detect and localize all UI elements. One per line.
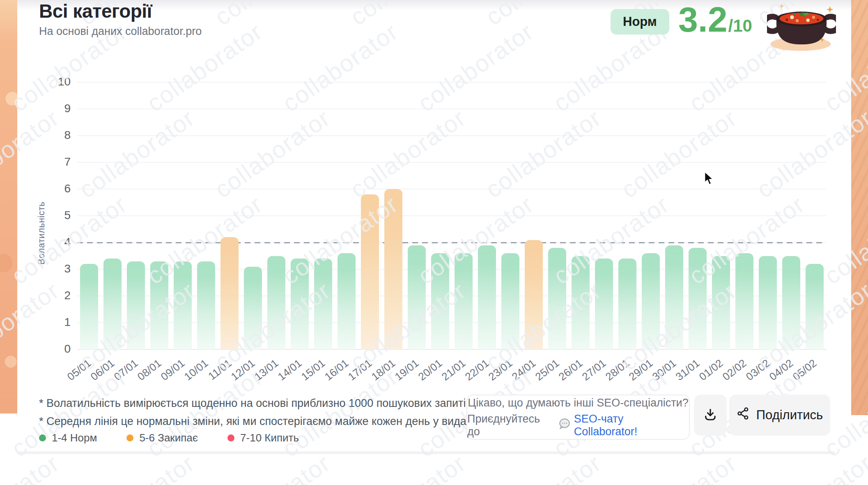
chart-legend: 1-4 Норм 5-6 Закипає 7-10 Кипить: [39, 432, 299, 444]
share-nodes-icon: [737, 407, 750, 423]
chart-bar[interactable]: [103, 259, 122, 349]
gridline: [77, 215, 826, 216]
watermark-text: collaborator: [74, 449, 200, 485]
chart-bar[interactable]: [338, 253, 356, 349]
green-dot-icon: [39, 434, 46, 441]
page-subtitle: На основі даних collaborator.pro: [39, 25, 202, 38]
y-axis-tick-label: 3: [46, 262, 71, 275]
legend-label: 1-4 Норм: [52, 432, 97, 444]
orange-dot-icon: [126, 434, 133, 441]
gridline: [77, 109, 826, 109]
chart-bar[interactable]: [595, 259, 613, 349]
y-axis-tick-label: 4: [46, 236, 71, 249]
legend-label: 5-6 Закипає: [139, 432, 198, 444]
chart-bar[interactable]: [712, 256, 730, 350]
chart-bar[interactable]: [759, 256, 777, 350]
share-button[interactable]: Поділитись: [729, 395, 830, 436]
chart-bar[interactable]: [220, 237, 239, 349]
watermark-text: collaborator: [480, 449, 606, 485]
chart-bar[interactable]: [548, 248, 566, 349]
chart-bar[interactable]: [478, 245, 496, 350]
chart-bar[interactable]: [127, 261, 145, 350]
chart-bar[interactable]: [501, 253, 519, 349]
score-max: /10: [728, 16, 752, 36]
chart-bar[interactable]: [525, 240, 543, 350]
chart-bar[interactable]: [384, 189, 402, 349]
chart-bar[interactable]: [197, 261, 215, 350]
footer-divider: [19, 451, 835, 454]
seo-chat-link[interactable]: SEO-чату Collaborator!: [574, 413, 689, 438]
chart-bar[interactable]: [361, 194, 379, 349]
chart-bar[interactable]: [642, 253, 660, 349]
watermark-text: collaborator: [751, 449, 868, 485]
volatility-report-page: Волатильність 01234567891005/0106/0107/0…: [0, 0, 868, 485]
legend-item-boiling-up: 5-6 Закипає: [126, 432, 198, 444]
y-axis-tick-label: 10: [46, 75, 71, 88]
chat-bubble-icon: [558, 418, 571, 432]
y-axis-title: Волатильність: [36, 174, 47, 265]
volatility-bar-chart: Волатильність 01234567891005/0106/0107/0…: [0, 0, 868, 395]
watermark-text: collaborator: [0, 449, 64, 485]
average-dashed-line: [77, 242, 826, 243]
chart-bar[interactable]: [782, 256, 800, 350]
watermark-text: collaborator: [345, 449, 471, 485]
chart-bar[interactable]: [80, 264, 98, 349]
chart-bar[interactable]: [806, 264, 824, 349]
chart-bar[interactable]: [455, 253, 473, 349]
legend-item-norm: 1-4 Норм: [39, 432, 97, 444]
score-value: 3.2: [678, 1, 728, 38]
chart-bar[interactable]: [150, 261, 168, 350]
footnote-average-line: * Середня лінія це нормальні зміни, які …: [39, 415, 475, 428]
footnote-measurement: * Волатильність вимірюється щоденно на о…: [39, 397, 475, 410]
y-axis-tick-label: 2: [46, 289, 71, 302]
download-icon: [703, 407, 718, 423]
chart-bar[interactable]: [431, 253, 449, 349]
chart-bar[interactable]: [244, 267, 262, 350]
status-badge: Норм: [611, 9, 669, 35]
chart-bar[interactable]: [572, 256, 590, 350]
chart-bar[interactable]: [735, 253, 753, 349]
cta-question: Цікаво, що думають інші SEO-спеціалісти?: [468, 397, 688, 409]
seo-chat-cta-card: Цікаво, що думають інші SEO-спеціалісти?…: [466, 395, 690, 440]
gridline: [77, 162, 826, 163]
download-button[interactable]: [694, 395, 727, 436]
y-axis-tick-label: 7: [46, 155, 71, 169]
cta-invite-prefix: Приєднуйтесь до: [467, 413, 555, 438]
gridline: [77, 135, 826, 136]
chart-bar[interactable]: [408, 245, 426, 350]
report-header: Всі категорії На основі даних collaborat…: [39, 1, 202, 38]
volatility-score: 3.2 /10: [678, 1, 752, 38]
share-button-label: Поділитись: [756, 408, 823, 423]
cta-invite: Приєднуйтесь до SEO-чату Collaborator!: [467, 413, 689, 438]
gridline: [77, 189, 826, 189]
y-axis-tick-label: 8: [46, 129, 71, 142]
chart-bar[interactable]: [267, 256, 285, 350]
chart-bar[interactable]: [618, 259, 636, 349]
chart-bar[interactable]: [314, 259, 332, 349]
y-axis-tick-label: 1: [46, 316, 71, 329]
chart-bar[interactable]: [174, 261, 192, 350]
borscht-pot-icon: [767, 0, 836, 54]
chart-bar[interactable]: [291, 259, 309, 349]
watermark-text: collaborator: [209, 449, 335, 485]
legend-item-boiling: 7-10 Кипить: [227, 432, 299, 444]
gridline: [77, 82, 826, 83]
y-axis-tick-label: 9: [46, 102, 71, 115]
watermark-text: collaborator: [616, 449, 742, 485]
page-title: Всі категорії: [39, 1, 202, 22]
y-axis-tick-label: 0: [46, 342, 71, 356]
y-axis-tick-label: 6: [46, 182, 71, 195]
chart-bar[interactable]: [689, 248, 707, 349]
red-dot-icon: [227, 434, 234, 441]
legend-label: 7-10 Кипить: [240, 432, 299, 444]
chart-footnotes: * Волатильність вимірюється щоденно на о…: [39, 397, 475, 433]
chart-bar[interactable]: [665, 245, 683, 350]
y-axis-tick-label: 5: [46, 209, 71, 222]
